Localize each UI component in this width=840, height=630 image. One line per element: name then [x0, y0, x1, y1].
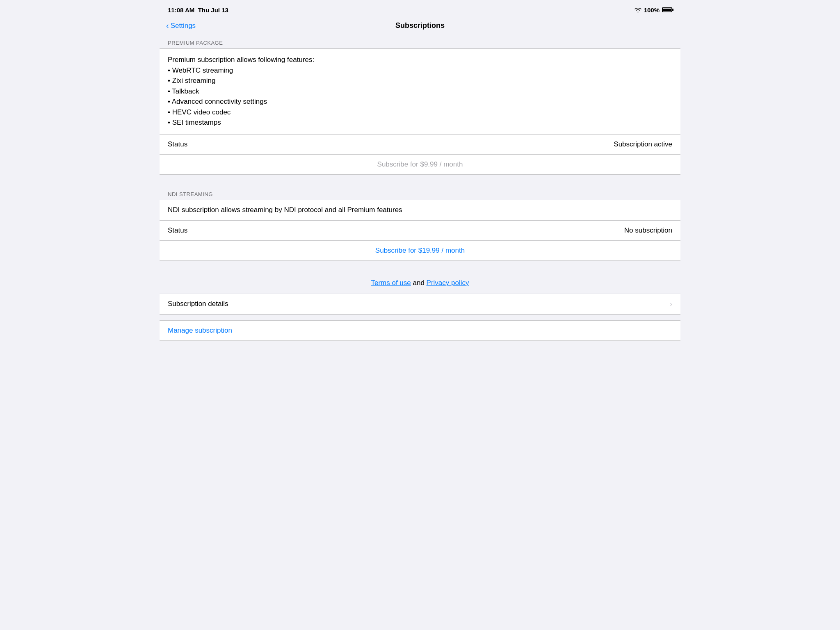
ndi-subscribe-row[interactable]: Subscribe for $19.99 / month — [160, 240, 680, 261]
terms-link[interactable]: Terms of use — [371, 279, 411, 287]
bottom-spacer — [160, 341, 680, 357]
back-label: Settings — [171, 22, 196, 30]
premium-status-label: Status — [168, 140, 187, 148]
ndi-description: NDI subscription allows streaming by NDI… — [160, 200, 680, 220]
ndi-section-header: NDI STREAMING — [160, 186, 680, 200]
premium-feature-text: Premium subscription allows following fe… — [168, 55, 672, 128]
ndi-status-row: Status No subscription — [160, 220, 680, 240]
premium-subscribe-row[interactable]: Subscribe for $9.99 / month — [160, 154, 680, 175]
page-title: Subscriptions — [395, 21, 445, 30]
ndi-status-value: No subscription — [624, 226, 672, 235]
premium-status-row: Status Subscription active — [160, 134, 680, 154]
battery-icon — [662, 7, 672, 12]
footer-and-text: and — [411, 279, 427, 287]
privacy-link[interactable]: Privacy policy — [427, 279, 469, 287]
subscription-details-label: Subscription details — [168, 300, 228, 308]
status-indicators: 100% — [635, 7, 672, 14]
premium-subscribe-button[interactable]: Subscribe for $9.99 / month — [377, 160, 463, 169]
wifi-icon — [635, 7, 641, 13]
ndi-status-label: Status — [168, 226, 187, 235]
spacer-2 — [160, 261, 680, 272]
back-chevron-icon: ‹ — [166, 21, 169, 30]
chevron-right-icon: › — [670, 300, 672, 308]
manage-subscription-button[interactable]: Manage subscription — [168, 326, 232, 335]
manage-subscription-row[interactable]: Manage subscription — [160, 320, 680, 341]
premium-status-value: Subscription active — [614, 140, 672, 148]
premium-description: Premium subscription allows following fe… — [160, 49, 680, 134]
subscription-details-row[interactable]: Subscription details › — [160, 294, 680, 315]
premium-features-card: Premium subscription allows following fe… — [160, 48, 680, 134]
battery-percent: 100% — [644, 7, 660, 14]
nav-bar: ‹ Settings Subscriptions — [160, 18, 680, 35]
ndi-subscribe-button[interactable]: Subscribe for $19.99 / month — [375, 247, 465, 255]
status-time: 11:08 AM Thu Jul 13 — [168, 7, 228, 14]
back-button[interactable]: ‹ Settings — [166, 22, 196, 30]
status-bar: 11:08 AM Thu Jul 13 100% — [160, 0, 680, 18]
spacer-1 — [160, 175, 680, 186]
premium-section-header: PREMIUM PACKAGE — [160, 35, 680, 48]
footer-links: Terms of use and Privacy policy — [160, 272, 680, 294]
